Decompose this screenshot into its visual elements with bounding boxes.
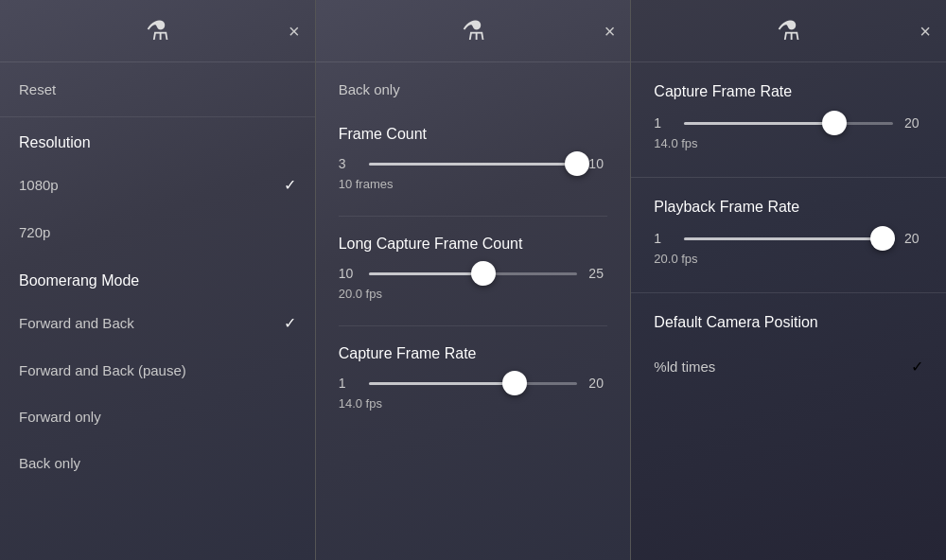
panel-right-header: ⚗ ×	[631, 0, 946, 62]
close-button-right[interactable]: ×	[920, 22, 931, 41]
close-button-middle[interactable]: ×	[604, 22, 616, 41]
long-capture-fill	[369, 272, 483, 275]
long-capture-thumb[interactable]	[471, 261, 496, 286]
resolution-1080p-check: ✓	[284, 176, 296, 194]
boomerang-forward-back-check: ✓	[284, 314, 296, 332]
long-capture-max: 25	[588, 266, 607, 281]
boomerang-forward-back-item[interactable]: Forward and Back ✓	[0, 299, 315, 347]
frame-count-label: Frame Count	[339, 126, 608, 143]
right-capture-frame-rate-section: Capture Frame Rate 1 20 14.0 fps	[631, 62, 946, 160]
right-playback-frame-rate-track[interactable]	[684, 237, 893, 240]
panel-left-header: ⚗ ×	[0, 0, 315, 62]
flask-icon-middle: ⚗	[462, 15, 485, 46]
long-capture-slider-row: 10 25	[339, 266, 608, 281]
frame-count-section: Frame Count 3 10 10 frames	[316, 107, 631, 201]
right-playback-frame-rate-min: 1	[654, 231, 673, 246]
capture-frame-rate-value: 14.0 fps	[339, 396, 608, 411]
right-capture-frame-rate-max: 20	[904, 115, 923, 131]
right-playback-frame-rate-slider-row: 1 20	[654, 231, 923, 246]
flask-icon-left: ⚗	[146, 15, 169, 46]
long-capture-track[interactable]	[369, 272, 578, 275]
boomerang-forward-back-pause-label: Forward and Back (pause)	[19, 362, 186, 378]
back-only-label: Back only	[316, 62, 631, 107]
capture-frame-rate-label: Capture Frame Rate	[339, 345, 608, 362]
right-capture-frame-rate-value: 14.0 fps	[654, 136, 923, 150]
long-capture-section: Long Capture Frame Count 10 25 20.0 fps	[316, 217, 631, 310]
right-capture-frame-rate-track[interactable]	[684, 122, 893, 125]
boomerang-section-label: Boomerang Mode	[0, 255, 315, 299]
capture-frame-rate-min: 1	[339, 376, 358, 391]
resolution-section-label: Resolution	[0, 117, 315, 161]
panel-right-content: Capture Frame Rate 1 20 14.0 fps Playbac…	[631, 62, 946, 560]
reset-button[interactable]: Reset	[0, 62, 315, 117]
capture-frame-rate-track[interactable]	[369, 382, 578, 385]
frame-count-value: 10 frames	[339, 177, 608, 191]
camera-position-section: Default Camera Position %ld times ✓	[631, 293, 946, 396]
boomerang-forward-back-label: Forward and Back	[19, 315, 134, 331]
right-playback-frame-rate-fill	[684, 237, 883, 240]
right-capture-frame-rate-slider-row: 1 20	[654, 115, 923, 131]
close-button-left[interactable]: ×	[289, 22, 300, 41]
boomerang-forward-back-pause-item[interactable]: Forward and Back (pause)	[0, 347, 315, 394]
frame-count-min: 3	[339, 156, 358, 171]
frame-count-fill	[369, 163, 578, 166]
long-capture-min: 10	[339, 266, 358, 281]
camera-position-item[interactable]: %ld times ✓	[654, 346, 923, 387]
frame-count-max: 10	[588, 156, 607, 171]
boomerang-forward-only-item[interactable]: Forward only	[0, 394, 315, 440]
boomerang-back-only-label: Back only	[19, 455, 80, 471]
long-capture-value: 20.0 fps	[339, 287, 608, 301]
right-capture-frame-rate-min: 1	[654, 115, 673, 131]
boomerang-forward-only-label: Forward only	[19, 409, 101, 425]
frame-count-track[interactable]	[369, 163, 578, 166]
resolution-720p-label: 720p	[19, 224, 50, 240]
flask-icon-right: ⚗	[777, 15, 800, 46]
right-capture-frame-rate-fill	[684, 122, 834, 125]
panel-left: ⚗ × Reset Resolution 1080p ✓ 720p Boomer…	[0, 0, 316, 560]
panel-middle-header: ⚗ ×	[316, 0, 631, 62]
boomerang-back-only-item[interactable]: Back only	[0, 440, 315, 486]
camera-position-label: Default Camera Position	[654, 314, 923, 331]
capture-frame-rate-max: 20	[588, 376, 607, 391]
camera-position-value: %ld times	[654, 359, 715, 375]
panel-middle: ⚗ × Back only Frame Count 3 10 10 frames…	[316, 0, 632, 560]
right-playback-frame-rate-value: 20.0 fps	[654, 252, 923, 266]
capture-frame-rate-section: Capture Frame Rate 1 20 14.0 fps	[316, 326, 631, 420]
right-playback-frame-rate-thumb[interactable]	[870, 226, 895, 251]
resolution-1080p-label: 1080p	[19, 177, 59, 193]
capture-frame-rate-thumb[interactable]	[502, 371, 527, 395]
resolution-1080p-item[interactable]: 1080p ✓	[0, 161, 315, 209]
long-capture-label: Long Capture Frame Count	[339, 236, 608, 253]
capture-frame-rate-slider-row: 1 20	[339, 376, 608, 391]
resolution-720p-item[interactable]: 720p	[0, 209, 315, 255]
frame-count-slider-row: 3 10	[339, 156, 608, 171]
panel-left-content: Reset Resolution 1080p ✓ 720p Boomerang …	[0, 62, 315, 560]
panel-middle-content: Back only Frame Count 3 10 10 frames Lon…	[316, 62, 631, 560]
right-playback-frame-rate-section: Playback Frame Rate 1 20 20.0 fps	[631, 178, 946, 275]
right-capture-frame-rate-label: Capture Frame Rate	[654, 83, 923, 100]
frame-count-thumb[interactable]	[565, 151, 589, 176]
right-playback-frame-rate-max: 20	[904, 231, 923, 246]
camera-position-check: ✓	[911, 358, 923, 376]
panel-right: ⚗ × Capture Frame Rate 1 20 14.0 fps Pla…	[631, 0, 946, 560]
right-capture-frame-rate-thumb[interactable]	[822, 111, 847, 135]
capture-frame-rate-fill	[369, 382, 515, 385]
right-playback-frame-rate-label: Playback Frame Rate	[654, 199, 923, 216]
